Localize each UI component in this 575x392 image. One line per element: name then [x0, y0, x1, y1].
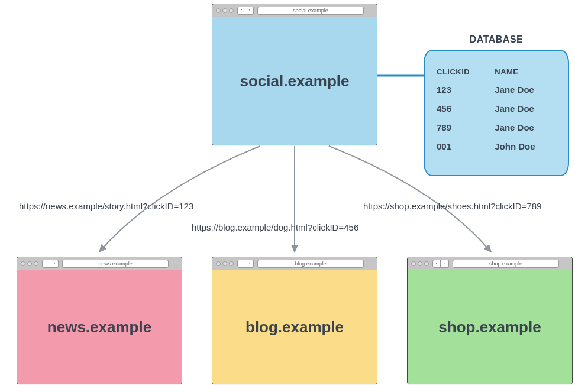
- viewport: shop.example: [408, 270, 572, 384]
- back-button[interactable]: ‹: [237, 7, 245, 15]
- cell-name: Jane Doe: [491, 80, 560, 99]
- dot-icon: [222, 261, 227, 266]
- titlebar: ‹ › blog.example: [212, 257, 377, 270]
- dot-icon: [229, 8, 234, 13]
- table-row: 123 Jane Doe: [433, 80, 560, 99]
- url-bar[interactable]: shop.example: [453, 260, 559, 268]
- url-bar[interactable]: news.example: [62, 260, 169, 268]
- url-bar[interactable]: blog.example: [257, 260, 364, 268]
- cell-clickid: 001: [433, 137, 491, 156]
- dot-icon: [418, 261, 422, 266]
- dot-icon: [216, 261, 221, 266]
- arrow-left: [99, 146, 260, 252]
- nav-buttons: ‹ ›: [237, 260, 254, 268]
- dot-icon: [27, 261, 32, 266]
- dot-icon: [229, 261, 234, 266]
- window-controls: [21, 261, 38, 266]
- site-label: news.example: [47, 318, 151, 336]
- cell-name: John Doe: [491, 137, 560, 156]
- database: DATABASE CLICKID NAME 123 Jane Doe 456 J…: [424, 50, 569, 176]
- forward-button[interactable]: ›: [441, 260, 449, 268]
- browser-shop: ‹ › shop.example shop.example: [407, 257, 573, 384]
- site-label: social.example: [240, 72, 350, 90]
- cell-clickid: 456: [433, 99, 491, 118]
- site-label: blog.example: [245, 318, 344, 336]
- arrow-label-middle: https://blog.example/dog.html?clickID=45…: [192, 222, 358, 232]
- browser-blog: ‹ › blog.example blog.example: [212, 257, 377, 384]
- titlebar: ‹ › social.example: [212, 4, 377, 17]
- dot-icon: [216, 8, 221, 13]
- col-header-name: NAME: [491, 65, 560, 80]
- back-button[interactable]: ‹: [432, 260, 441, 268]
- table-row: 789 Jane Doe: [433, 118, 560, 137]
- database-table: CLICKID NAME 123 Jane Doe 456 Jane Doe 7…: [433, 65, 560, 155]
- cell-clickid: 123: [433, 80, 491, 99]
- nav-buttons: ‹ ›: [237, 7, 254, 15]
- forward-button[interactable]: ›: [245, 7, 254, 15]
- table-row: 001 John Doe: [433, 137, 560, 156]
- titlebar: ‹ › shop.example: [408, 257, 572, 270]
- table-row: 456 Jane Doe: [433, 99, 560, 118]
- window-controls: [216, 8, 234, 13]
- window-controls: [216, 261, 234, 266]
- viewport: blog.example: [212, 270, 377, 384]
- back-button[interactable]: ‹: [237, 260, 245, 268]
- dot-icon: [21, 261, 25, 266]
- cell-name: Jane Doe: [491, 99, 560, 118]
- forward-button[interactable]: ›: [245, 260, 254, 268]
- titlebar: ‹ › news.example: [17, 257, 182, 270]
- database-title: DATABASE: [425, 34, 568, 45]
- dot-icon: [411, 261, 416, 266]
- nav-buttons: ‹ ›: [432, 260, 449, 268]
- cell-clickid: 789: [433, 118, 491, 137]
- dot-icon: [34, 261, 38, 266]
- dot-icon: [222, 8, 227, 13]
- forward-button[interactable]: ›: [50, 260, 59, 268]
- browser-social: ‹ › social.example social.example: [212, 4, 377, 145]
- browser-news: ‹ › news.example news.example: [17, 257, 182, 384]
- arrow-label-right: https://shop.example/shoes.html?clickID=…: [363, 201, 541, 211]
- viewport: news.example: [17, 270, 182, 384]
- col-header-clickid: CLICKID: [433, 65, 491, 80]
- dot-icon: [424, 261, 429, 266]
- site-label: shop.example: [438, 318, 541, 336]
- cell-name: Jane Doe: [491, 118, 560, 137]
- nav-buttons: ‹ ›: [42, 260, 59, 268]
- back-button[interactable]: ‹: [42, 260, 50, 268]
- viewport: social.example: [212, 17, 377, 145]
- arrow-label-left: https://news.example/story.html?clickID=…: [19, 201, 193, 211]
- url-bar[interactable]: social.example: [257, 7, 364, 15]
- window-controls: [411, 261, 429, 266]
